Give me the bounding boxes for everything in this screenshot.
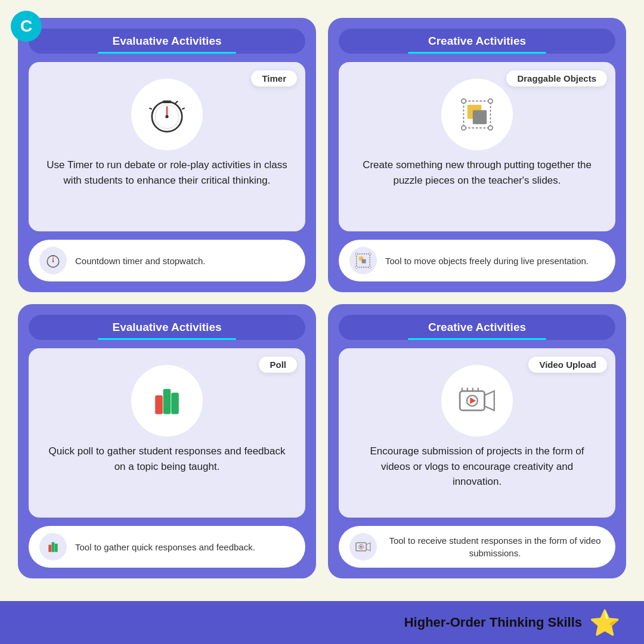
svg-line-7 — [182, 108, 185, 109]
footer-text-4: Tool to receive student responses in the… — [385, 534, 605, 559]
card-desc-2: Create something new through putting tog… — [349, 157, 605, 188]
footer-video-icon — [349, 533, 377, 561]
tool-badge-video: Video Upload — [528, 357, 607, 373]
star-icon: ⭐ — [589, 608, 620, 637]
svg-rect-25 — [362, 259, 366, 264]
svg-marker-43 — [366, 543, 370, 551]
svg-point-20 — [355, 253, 358, 255]
footer-timer-icon — [39, 247, 67, 274]
card-title-1: Evaluative Activities — [29, 29, 305, 54]
card-header-1: Evaluative Activities — [29, 29, 305, 54]
main-grid: Evaluative Activities Timer Use Timer to… — [0, 0, 644, 596]
svg-point-21 — [369, 253, 371, 255]
card-footer-3: Tool to gather quick responses and feedb… — [29, 526, 305, 568]
timer-icon — [145, 93, 188, 136]
svg-rect-29 — [48, 545, 51, 552]
bottom-label: Higher-Order Thinking Skills — [404, 615, 582, 630]
card-creative-drag: Creative Activities Draggable Objects — [328, 18, 626, 292]
poll-icon — [145, 379, 188, 422]
card-desc-3: Quick poll to gather student responses a… — [39, 444, 295, 474]
card-evaluative-timer: Evaluative Activities Timer Use Timer to… — [18, 18, 316, 292]
card-footer-2: Tool to move objects freely during live … — [339, 240, 615, 281]
svg-rect-28 — [171, 393, 179, 414]
drag-icon-circle — [441, 79, 513, 150]
footer-drag-icon — [349, 247, 377, 274]
drag-icon — [456, 93, 499, 136]
svg-marker-39 — [485, 391, 494, 410]
card-footer-4: Tool to receive student responses in the… — [339, 526, 615, 568]
card-content-1: Timer Use Timer to run debate or role-pl… — [29, 62, 305, 231]
card-header-3: Evaluative Activities — [29, 315, 305, 340]
svg-line-5 — [175, 101, 178, 104]
card-header-4: Creative Activities — [339, 315, 615, 340]
timer-icon-circle — [131, 79, 203, 150]
card-header-2: Creative Activities — [339, 29, 615, 54]
svg-rect-11 — [51, 255, 55, 256]
svg-marker-42 — [360, 546, 363, 549]
video-icon — [456, 379, 499, 422]
tool-badge-timer: Timer — [251, 70, 297, 86]
card-title-4: Creative Activities — [339, 315, 615, 340]
app-logo: C — [11, 11, 42, 42]
footer-text-3: Tool to gather quick responses and feedb… — [75, 541, 255, 553]
bottom-bar: Higher-Order Thinking Skills ⭐ — [0, 601, 644, 644]
svg-point-23 — [369, 266, 371, 268]
footer-text-1: Countdown timer and stopwatch. — [75, 255, 205, 267]
card-evaluative-poll: Evaluative Activities Poll Quick poll to… — [18, 304, 316, 578]
tool-badge-poll: Poll — [259, 357, 297, 373]
card-title-3: Evaluative Activities — [29, 315, 305, 340]
svg-marker-34 — [470, 398, 476, 404]
svg-rect-30 — [52, 542, 55, 552]
footer-poll-icon — [39, 533, 67, 561]
card-desc-4: Encourage submission of projects in the … — [349, 444, 605, 490]
svg-point-10 — [52, 261, 54, 262]
video-icon-circle — [441, 365, 513, 436]
card-content-2: Draggable Objects Create something new t… — [339, 62, 615, 231]
svg-point-16 — [488, 126, 493, 130]
card-desc-1: Use Timer to run debate or role-play act… — [39, 157, 295, 188]
card-content-4: Video Upload Encour — [339, 348, 615, 518]
card-creative-video: Creative Activities Video Upload — [328, 304, 626, 578]
card-content-3: Poll Quick poll to gather student respon… — [29, 348, 305, 518]
poll-icon-circle — [131, 365, 203, 436]
card-title-2: Creative Activities — [339, 29, 615, 54]
svg-line-6 — [149, 108, 152, 109]
svg-point-3 — [165, 115, 168, 118]
svg-rect-26 — [155, 395, 163, 414]
tool-badge-drag: Draggable Objects — [506, 70, 607, 86]
svg-point-22 — [355, 266, 358, 268]
footer-text-2: Tool to move objects freely during live … — [385, 255, 589, 267]
svg-point-14 — [488, 99, 493, 103]
card-footer-1: Countdown timer and stopwatch. — [29, 240, 305, 281]
svg-rect-18 — [473, 110, 487, 124]
svg-rect-4 — [163, 101, 171, 104]
svg-point-15 — [462, 126, 466, 130]
svg-rect-27 — [163, 389, 171, 414]
svg-rect-31 — [55, 544, 58, 552]
svg-point-13 — [462, 99, 466, 103]
